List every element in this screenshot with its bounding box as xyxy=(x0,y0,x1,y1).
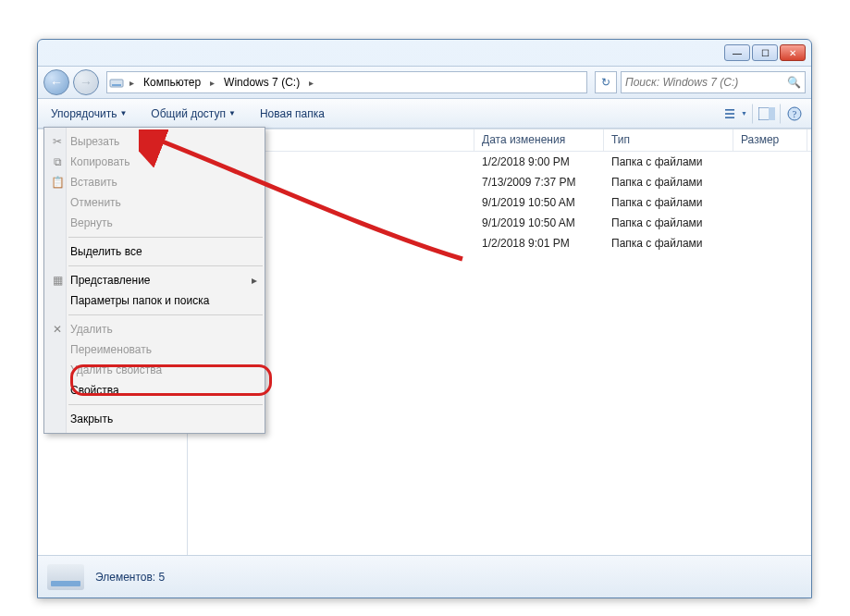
column-size[interactable]: Размер xyxy=(733,129,807,151)
menu-copy[interactable]: ⧉Копировать xyxy=(44,152,265,172)
chevron-right-icon: ▸ xyxy=(305,78,317,88)
table-row[interactable]: Files9/1/2019 10:50 AMПапка с файлами xyxy=(188,192,811,213)
explorer-window: — ☐ ✕ ← → ▸ Компьютер ▸ Windows 7 (C:) ▸… xyxy=(37,39,812,598)
menu-paste[interactable]: 📋Вставить xyxy=(44,172,265,192)
svg-rect-6 xyxy=(769,107,775,120)
new-folder-button[interactable]: Новая папка xyxy=(254,105,330,123)
search-box[interactable]: 🔍 xyxy=(621,71,806,93)
scissors-icon: ✂ xyxy=(50,135,65,148)
svg-rect-1 xyxy=(112,84,121,86)
address-bar[interactable]: ▸ Компьютер ▸ Windows 7 (C:) ▸ xyxy=(106,71,587,93)
file-type: Папка с файлами xyxy=(604,155,733,168)
menu-select-all[interactable]: Выделить все xyxy=(44,241,265,262)
toolbar: Упорядочить▼ Общий доступ▼ Новая папка ▼… xyxy=(38,99,811,129)
forward-button[interactable]: → xyxy=(73,69,99,95)
menu-redo[interactable]: Вернуть xyxy=(44,213,265,233)
organize-dropdown: ✂Вырезать ⧉Копировать 📋Вставить Отменить… xyxy=(43,127,265,434)
menu-rename[interactable]: Переименовать xyxy=(44,339,265,360)
table-row[interactable]: 9/1/2019 10:50 AMПапка с файлами xyxy=(188,213,811,233)
table-row[interactable]: 1/2/2018 9:00 PMПапка с файлами xyxy=(188,152,811,172)
chevron-down-icon: ▼ xyxy=(228,109,236,117)
close-button[interactable]: ✕ xyxy=(780,44,806,61)
file-type: Папка с файлами xyxy=(604,176,733,189)
file-type: Папка с файлами xyxy=(604,237,733,250)
search-icon: 🔍 xyxy=(787,76,801,89)
search-input[interactable] xyxy=(625,76,787,89)
status-bar: Элементов: 5 xyxy=(38,555,811,598)
table-row[interactable]: атели1/2/2018 9:01 PMПапка с файлами xyxy=(188,233,811,253)
file-date: 9/1/2019 10:50 AM xyxy=(474,196,604,209)
file-type: Папка с файлами xyxy=(604,196,733,209)
menu-remove-properties[interactable]: Удалить свойства xyxy=(44,360,265,380)
arrow-left-icon: ← xyxy=(50,75,63,90)
share-button[interactable]: Общий доступ▼ xyxy=(145,105,241,123)
svg-rect-2 xyxy=(725,108,734,110)
delete-icon: ✕ xyxy=(50,323,65,336)
minimize-button[interactable]: — xyxy=(724,44,750,61)
file-type: Папка с файлами xyxy=(604,216,733,229)
layout-icon: ▦ xyxy=(50,274,65,287)
column-headers: Имя Дата изменения Тип Размер xyxy=(188,129,811,152)
drive-icon xyxy=(107,75,126,90)
menu-cut[interactable]: ✂Вырезать xyxy=(44,131,265,152)
column-date[interactable]: Дата изменения xyxy=(474,129,604,151)
preview-pane-button[interactable] xyxy=(752,104,776,124)
organize-button[interactable]: Упорядочить▼ xyxy=(45,105,132,123)
svg-rect-3 xyxy=(725,113,734,115)
breadcrumb-drive[interactable]: Windows 7 (C:) xyxy=(218,72,305,92)
maximize-button[interactable]: ☐ xyxy=(752,44,778,61)
menu-layout[interactable]: ▦Представление xyxy=(44,270,265,290)
file-date: 1/2/2018 9:00 PM xyxy=(474,155,604,168)
chevron-right-icon: ▸ xyxy=(206,78,218,88)
file-date: 7/13/2009 7:37 PM xyxy=(474,176,604,189)
status-item-count: Элементов: 5 xyxy=(95,571,165,584)
file-list: Имя Дата изменения Тип Размер 1/2/2018 9… xyxy=(188,129,811,555)
clipboard-icon: 📋 xyxy=(50,176,65,189)
view-options-button[interactable]: ▼ xyxy=(724,104,748,124)
arrow-right-icon: → xyxy=(80,75,92,90)
table-row[interactable]: 7/13/2009 7:37 PMПапка с файлами xyxy=(188,172,811,192)
refresh-icon: ↻ xyxy=(601,76,610,89)
copy-icon: ⧉ xyxy=(50,155,65,168)
menu-properties[interactable]: Свойства xyxy=(44,380,265,400)
nav-bar: ← → ▸ Компьютер ▸ Windows 7 (C:) ▸ ↻ 🔍 xyxy=(38,66,811,99)
title-bar: — ☐ ✕ xyxy=(38,40,811,66)
svg-rect-4 xyxy=(725,117,734,118)
breadcrumb-computer[interactable]: Компьютер xyxy=(138,72,206,92)
refresh-button[interactable]: ↻ xyxy=(595,71,617,93)
chevron-right-icon: ▸ xyxy=(126,78,138,88)
column-type[interactable]: Тип xyxy=(604,129,733,151)
drive-icon xyxy=(47,564,84,590)
file-date: 1/2/2018 9:01 PM xyxy=(474,237,604,250)
chevron-down-icon: ▼ xyxy=(119,109,127,117)
menu-delete[interactable]: ✕Удалить xyxy=(44,319,265,339)
back-button[interactable]: ← xyxy=(43,69,69,95)
menu-undo[interactable]: Отменить xyxy=(44,192,265,213)
chevron-down-icon: ▼ xyxy=(741,110,747,117)
menu-folder-options[interactable]: Параметры папок и поиска xyxy=(44,290,265,311)
file-date: 9/1/2019 10:50 AM xyxy=(474,216,604,229)
help-button[interactable]: ? xyxy=(780,104,804,124)
svg-text:?: ? xyxy=(793,109,797,119)
menu-close[interactable]: Закрыть xyxy=(44,409,265,429)
